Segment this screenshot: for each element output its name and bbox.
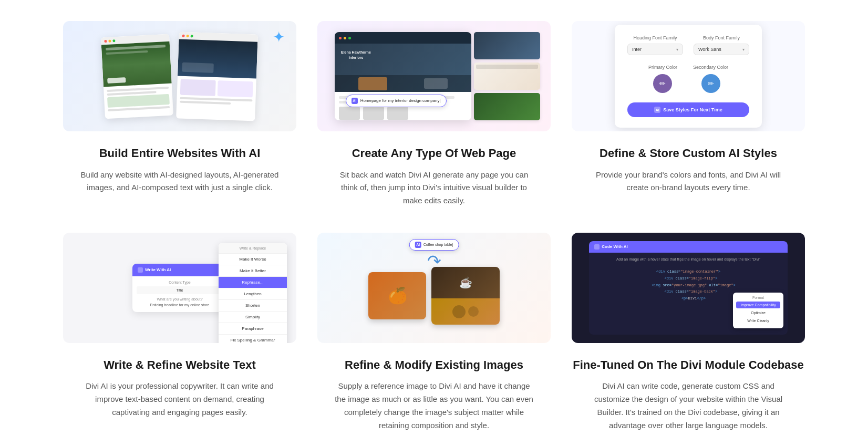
secondary-color-label: Secondary Color [693, 65, 728, 70]
arrow-icon: ↷ [427, 251, 441, 271]
mock-browser-left [101, 34, 173, 119]
content-type-value: Title [137, 286, 223, 294]
code-description: Add an image with a hover state that fli… [589, 253, 787, 267]
chevron-down-icon-2: ▾ [742, 47, 745, 52]
thumb-1 [474, 32, 540, 59]
feature-title-build: Build Entire Websites With AI [99, 146, 261, 161]
context-item-spelling[interactable]: Fix Spelling & Grammar [219, 335, 287, 343]
font-row: Heading Font Family Inter ▾ Body Font Fa… [627, 35, 749, 55]
feature-desc-define: Provide your brand's colors and fonts, a… [588, 169, 788, 195]
feature-title-create: Create Any Type Of Web Page [352, 146, 516, 161]
code-line-2: <div class="image-flip"> [594, 276, 782, 282]
code-line-3: <img src="your-image.jpg" alt="image"> [594, 283, 782, 288]
context-item-lengthen[interactable]: Lengthen [219, 288, 287, 300]
ai-icon-write [138, 267, 143, 273]
heading-font-col: Heading Font Family Inter ▾ [627, 35, 683, 55]
feature-title-refine: Refine & Modify Existing Images [345, 358, 523, 373]
heading-font-label: Heading Font Family [627, 35, 683, 40]
styles-panel: Heading Font Family Inter ▾ Body Font Fa… [615, 25, 762, 128]
side-thumbnails [474, 32, 540, 120]
feature-desc-create: Sit back and watch Divi AI generate any … [334, 169, 534, 207]
feature-desc-build: Build any website with AI-designed layou… [80, 169, 280, 195]
ai-prompt-refine: AI Coffee shop table| [409, 239, 459, 251]
feature-image-refine: AI Coffee shop table| ↷ 🍊 ☕ [317, 233, 551, 343]
body-font-label: Body Font Family [694, 35, 749, 40]
image-after: ☕ [431, 267, 500, 325]
body-font-col: Body Font Family Work Sans ▾ [694, 35, 749, 55]
context-item-rephrase[interactable]: Rephrase... [219, 277, 287, 288]
feature-title-code: Fine-Tuned On The Divi Module Codebase [573, 358, 804, 373]
code-header: Code With AI [589, 241, 787, 253]
content-type-label: Content Type [137, 281, 223, 284]
format-popup-title: Format [736, 296, 780, 299]
format-item-optimize[interactable]: Optimize [736, 309, 780, 316]
heading-font-select[interactable]: Inter ▾ [627, 44, 683, 55]
feature-image-build: ✦ [63, 21, 296, 131]
ai-icon-code [594, 244, 600, 250]
context-menu: Write & Replace Make It Worse Make It Be… [219, 243, 287, 343]
context-header: Write & Replace [219, 243, 287, 254]
ai-icon: AI [654, 107, 660, 113]
feature-card-create: Elena HawthorneInteriors [317, 21, 551, 207]
features-grid: ✦ Build Entire Websites With AI Build an… [0, 0, 868, 436]
ai-spark-icon: ✦ [273, 28, 285, 46]
body-font-select[interactable]: Work Sans ▾ [694, 44, 749, 55]
feature-card-define: Heading Font Family Inter ▾ Body Font Fa… [572, 21, 805, 207]
write-panel: Write With AI Content Type Title What ar… [132, 264, 227, 312]
create-wrapper: Elena HawthorneInteriors [324, 27, 544, 125]
format-item-cleanly[interactable]: Write Cleanly [736, 317, 780, 324]
ai-prompt-badge-interior: AI Homepage for my interior design compa… [346, 95, 447, 107]
code-line-1: <div class="image-container"> [594, 269, 782, 275]
primary-color-label: Primary Color [648, 65, 677, 70]
primary-color-circle[interactable]: ✏ [653, 74, 672, 93]
secondary-color-circle[interactable]: ✏ [701, 74, 720, 93]
format-item-compatibility[interactable]: Improve Compatibility [736, 302, 780, 308]
writing-about-label: What are you writing about? [137, 297, 223, 301]
context-item-simplify[interactable]: Simplify [219, 312, 287, 323]
writing-topic-value: Enticing headline for my online store [137, 303, 223, 308]
feature-image-define: Heading Font Family Inter ▾ Body Font Fa… [572, 21, 805, 131]
image-before: 🍊 [368, 272, 426, 319]
feature-image-code: Code With AI Add an image with a hover s… [572, 233, 805, 343]
feature-image-create: Elena HawthorneInteriors [317, 21, 551, 131]
feature-title-define: Define & Store Custom AI Styles [600, 146, 777, 161]
feature-card-write: Write With AI Content Type Title What ar… [63, 233, 296, 432]
feature-desc-write: Divi AI is your professional copywriter.… [80, 380, 280, 419]
feature-image-write: Write With AI Content Type Title What ar… [63, 233, 296, 343]
save-styles-button[interactable]: AI Save Styles For Next Time [627, 102, 749, 117]
chevron-down-icon: ▾ [676, 47, 678, 52]
feature-title-write: Write & Refine Website Text [104, 358, 256, 373]
write-panel-header: Write With AI [132, 264, 227, 276]
feature-desc-refine: Supply a reference image to Divi AI and … [334, 380, 534, 432]
feature-card-build: ✦ Build Entire Websites With AI Build an… [63, 21, 296, 207]
colors-row: Primary Color ✏ Secondary Color ✏ [627, 65, 749, 93]
write-panel-body: Content Type Title What are you writing … [132, 276, 227, 312]
primary-color-section: Primary Color ✏ [648, 65, 677, 93]
thumb-3 [474, 93, 540, 120]
feature-desc-code: Divi AI can write code, generate custom … [588, 380, 788, 432]
thumb-2 [474, 63, 540, 90]
mock-browser-right [176, 32, 258, 121]
ai-badge-icon-refine: AI [415, 242, 421, 248]
context-item-worse[interactable]: Make It Worse [219, 254, 287, 265]
feature-card-refine: AI Coffee shop table| ↷ 🍊 ☕ [317, 233, 551, 432]
context-item-shorten[interactable]: Shorten [219, 300, 287, 312]
ai-badge-icon: AI [352, 98, 358, 104]
code-panel: Code With AI Add an image with a hover s… [589, 241, 787, 335]
hero-text: Elena HawthorneInteriors [341, 50, 371, 60]
feature-card-code: Code With AI Add an image with a hover s… [572, 233, 805, 432]
context-item-paraphrase[interactable]: Paraphrase [219, 323, 287, 335]
main-browser: Elena HawthorneInteriors [335, 32, 471, 120]
secondary-color-section: Secondary Color ✏ [693, 65, 728, 93]
format-popup: Format Improve Compatibility Optimize Wr… [733, 293, 783, 328]
context-item-better[interactable]: Make It Better [219, 265, 287, 277]
